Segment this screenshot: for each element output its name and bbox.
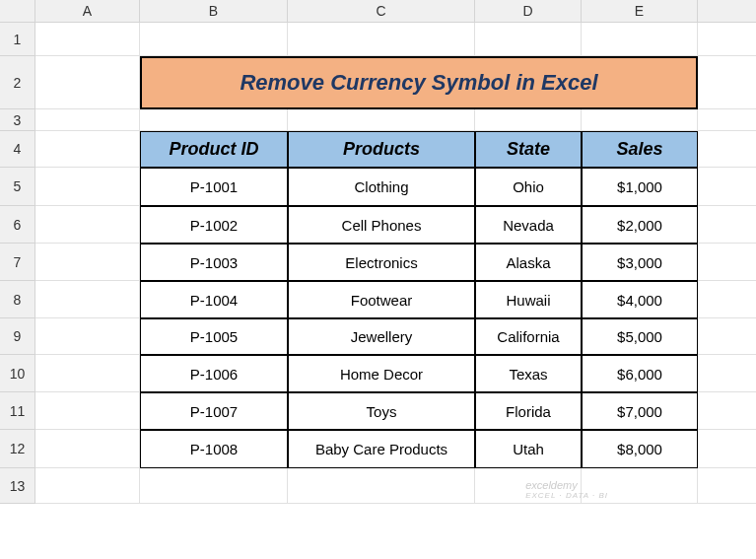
cell[interactable] (475, 23, 582, 56)
cell-sales[interactable]: $1,000 (582, 168, 698, 206)
cell[interactable] (698, 430, 756, 468)
cell[interactable] (288, 23, 475, 56)
cell-products[interactable]: Home Decor (288, 355, 475, 392)
cell[interactable] (698, 318, 756, 355)
cell[interactable] (698, 355, 756, 392)
cell[interactable] (35, 355, 140, 392)
cell-state[interactable]: Texas (475, 355, 582, 392)
column-header-a[interactable]: A (35, 0, 140, 23)
cell[interactable] (698, 56, 756, 109)
row-header-5[interactable]: 5 (0, 168, 35, 206)
cell-sales[interactable]: $8,000 (582, 430, 698, 468)
cell[interactable] (288, 468, 475, 504)
cell-product_id[interactable]: P-1003 (140, 244, 288, 281)
cell[interactable] (698, 281, 756, 318)
row-header-10[interactable]: 10 (0, 355, 35, 392)
cell[interactable] (140, 468, 288, 504)
header-sales[interactable]: Sales (582, 131, 698, 168)
cell[interactable] (35, 56, 140, 109)
column-header-b[interactable]: B (140, 0, 288, 23)
cell[interactable] (698, 468, 756, 504)
cell-product_id[interactable]: P-1001 (140, 168, 288, 206)
cell[interactable] (35, 168, 140, 206)
column-header-c[interactable]: C (288, 0, 475, 23)
cell-state[interactable]: California (475, 318, 582, 355)
cell-product_id[interactable]: P-1006 (140, 355, 288, 392)
cell-sales[interactable]: $5,000 (582, 318, 698, 355)
cell-products[interactable]: Electronics (288, 244, 475, 281)
cell[interactable] (582, 109, 698, 131)
cell[interactable] (698, 109, 756, 131)
cell[interactable] (35, 206, 140, 244)
cell-product_id[interactable]: P-1004 (140, 281, 288, 318)
cell[interactable] (35, 430, 140, 468)
cell[interactable] (35, 392, 140, 430)
cell[interactable] (582, 23, 698, 56)
cell-products[interactable]: Jewellery (288, 318, 475, 355)
row-header-13[interactable]: 13 (0, 468, 35, 504)
row-header-9[interactable]: 9 (0, 318, 35, 355)
cell-products[interactable]: Footwear (288, 281, 475, 318)
cell-product_id[interactable]: P-1005 (140, 318, 288, 355)
row-header-11[interactable]: 11 (0, 392, 35, 430)
cell-state[interactable]: Nevada (475, 206, 582, 244)
cell-products[interactable]: Baby Care Products (288, 430, 475, 468)
cell-product_id[interactable]: P-1008 (140, 430, 288, 468)
row-header-6[interactable]: 6 (0, 206, 35, 244)
column-header-blank (698, 0, 756, 23)
title-cell[interactable]: Remove Currency Symbol in Excel (140, 56, 698, 109)
cell[interactable] (582, 468, 698, 504)
row-header-2[interactable]: 2 (0, 56, 35, 109)
row-header-8[interactable]: 8 (0, 281, 35, 318)
cell[interactable] (140, 23, 288, 56)
row-header-7[interactable]: 7 (0, 244, 35, 281)
cell[interactable] (35, 281, 140, 318)
cell-products[interactable]: Toys (288, 392, 475, 430)
cell[interactable] (698, 392, 756, 430)
select-all-corner[interactable] (0, 0, 35, 23)
cell[interactable] (698, 168, 756, 206)
cell[interactable] (35, 131, 140, 168)
cell-products[interactable]: Clothing (288, 168, 475, 206)
cell-sales[interactable]: $7,000 (582, 392, 698, 430)
cell[interactable] (35, 468, 140, 504)
cell[interactable] (288, 109, 475, 131)
cell[interactable] (475, 109, 582, 131)
cell-sales[interactable]: $6,000 (582, 355, 698, 392)
cell[interactable] (475, 468, 582, 504)
cell[interactable] (698, 131, 756, 168)
header-state[interactable]: State (475, 131, 582, 168)
cell[interactable] (35, 23, 140, 56)
cell[interactable] (698, 23, 756, 56)
cell[interactable] (698, 244, 756, 281)
row-header-1[interactable]: 1 (0, 23, 35, 56)
cell-state[interactable]: Huwaii (475, 281, 582, 318)
cell-sales[interactable]: $3,000 (582, 244, 698, 281)
column-header-d[interactable]: D (475, 0, 582, 23)
cell[interactable] (35, 109, 140, 131)
cell-product_id[interactable]: P-1007 (140, 392, 288, 430)
header-product-id[interactable]: Product ID (140, 131, 288, 168)
cell-state[interactable]: Florida (475, 392, 582, 430)
cell-state[interactable]: Ohio (475, 168, 582, 206)
cell-state[interactable]: Alaska (475, 244, 582, 281)
cell-products[interactable]: Cell Phones (288, 206, 475, 244)
header-products[interactable]: Products (288, 131, 475, 168)
row-header-4[interactable]: 4 (0, 131, 35, 168)
cell-state[interactable]: Utah (475, 430, 582, 468)
cell-sales[interactable]: $2,000 (582, 206, 698, 244)
cell[interactable] (140, 109, 288, 131)
column-header-e[interactable]: E (582, 0, 698, 23)
cell-product_id[interactable]: P-1002 (140, 206, 288, 244)
row-header-12[interactable]: 12 (0, 430, 35, 468)
row-header-3[interactable]: 3 (0, 109, 35, 131)
cell[interactable] (35, 318, 140, 355)
cell[interactable] (35, 244, 140, 281)
cell[interactable] (698, 206, 756, 244)
cell-sales[interactable]: $4,000 (582, 281, 698, 318)
